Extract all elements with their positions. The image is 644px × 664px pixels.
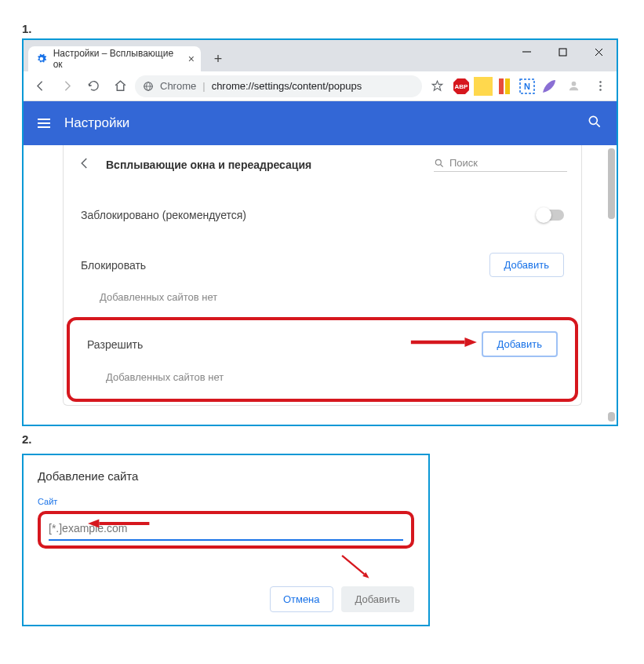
close-icon[interactable]: × (188, 53, 195, 64)
allow-empty-text: Добавленных сайтов нет (70, 360, 575, 396)
scrollbar-bottom[interactable] (608, 412, 615, 421)
bookmark-ext-icon[interactable] (496, 77, 515, 96)
tab-strip: Настройки – Всплывающие ок × + (24, 40, 617, 71)
svg-rect-5 (499, 78, 504, 94)
svg-rect-6 (505, 78, 510, 94)
chrome-scheme-label: Chrome (160, 80, 196, 92)
menu-icon[interactable] (588, 75, 612, 98)
new-tab-button[interactable]: + (207, 48, 229, 70)
hamburger-icon[interactable] (38, 119, 50, 128)
window-maximize-button[interactable] (544, 40, 580, 64)
block-add-button[interactable]: Добавить (489, 253, 564, 277)
svg-rect-0 (559, 49, 566, 56)
allow-section-header: Разрешить Добавить (70, 325, 575, 360)
profile-icon[interactable] (562, 75, 585, 98)
separator: | (202, 80, 205, 92)
settings-title: Настройки (64, 115, 129, 131)
browser-window: Настройки – Всплывающие ок × + Chrome | … (22, 38, 618, 426)
site-input-highlight (38, 511, 414, 549)
feather-ext-icon[interactable] (540, 77, 558, 96)
site-input[interactable] (49, 519, 403, 541)
svg-marker-20 (362, 572, 370, 580)
svg-text:N: N (524, 82, 530, 91)
back-button[interactable] (28, 75, 52, 98)
settings-content: Всплывающие окна и переадресация Поиск З… (24, 145, 617, 425)
section-title: Всплывающие окна и переадресация (106, 159, 311, 171)
tab-title: Настройки – Всплывающие ок (53, 48, 182, 70)
block-empty-text: Добавленных сайтов нет (64, 280, 581, 316)
scrollbar[interactable] (608, 148, 615, 219)
block-section-header: Блокировать Добавить (64, 246, 581, 280)
step-2-label: 2. (22, 432, 628, 446)
svg-point-10 (599, 81, 602, 83)
settings-app-bar: Настройки (24, 101, 617, 145)
home-button[interactable] (108, 75, 132, 98)
annotation-arrow (339, 552, 373, 582)
star-icon[interactable] (425, 75, 449, 98)
gear-icon (36, 53, 47, 64)
svg-text:ABP: ABP (455, 83, 469, 90)
cancel-button[interactable]: Отмена (270, 586, 333, 612)
dialog-title: Добавление сайта (38, 469, 414, 483)
yandex-icon[interactable] (474, 77, 493, 96)
address-bar[interactable]: Chrome | chrome://settings/content/popup… (135, 75, 422, 97)
svg-rect-4 (474, 77, 493, 96)
section-search-placeholder: Поиск (449, 157, 478, 169)
dialog-buttons: Отмена Добавить (38, 586, 414, 612)
section-search[interactable]: Поиск (434, 157, 567, 172)
svg-point-14 (435, 159, 441, 165)
svg-point-12 (599, 89, 602, 91)
add-site-dialog: Добавление сайта Сайт Отмена Добавить (22, 454, 430, 626)
svg-point-9 (571, 82, 576, 86)
window-close-button[interactable] (580, 40, 617, 64)
notes-ext-icon[interactable]: N (518, 77, 537, 96)
site-info-icon (143, 81, 154, 92)
settings-card: Всплывающие окна и переадресация Поиск З… (63, 145, 582, 406)
toolbar: Chrome | chrome://settings/content/popup… (24, 71, 617, 101)
abp-icon[interactable]: ABP (452, 77, 471, 96)
svg-point-11 (599, 85, 602, 87)
blocked-label: Заблокировано (рекомендуется) (81, 209, 246, 221)
step-1-label: 1. (22, 22, 628, 35)
svg-line-19 (342, 556, 364, 575)
allow-highlight-box: Разрешить Добавить Добавленных сайтов не… (67, 317, 578, 402)
window-minimize-button[interactable] (508, 40, 544, 64)
browser-tab[interactable]: Настройки – Всплывающие ок × (28, 46, 201, 71)
blocked-toggle[interactable] (537, 210, 564, 221)
search-icon[interactable] (587, 114, 602, 133)
site-field-label: Сайт (38, 497, 414, 506)
reload-button[interactable] (82, 75, 105, 98)
add-button[interactable]: Добавить (341, 586, 414, 612)
blocked-toggle-row: Заблокировано (рекомендуется) (64, 184, 581, 246)
svg-point-13 (589, 116, 597, 124)
forward-button[interactable] (55, 75, 78, 98)
url-text: chrome://settings/content/popups (212, 80, 362, 92)
allow-section-label: Разрешить (87, 338, 143, 351)
back-arrow-icon[interactable] (78, 156, 92, 173)
allow-add-button[interactable]: Добавить (482, 331, 558, 357)
block-section-label: Блокировать (81, 259, 146, 272)
